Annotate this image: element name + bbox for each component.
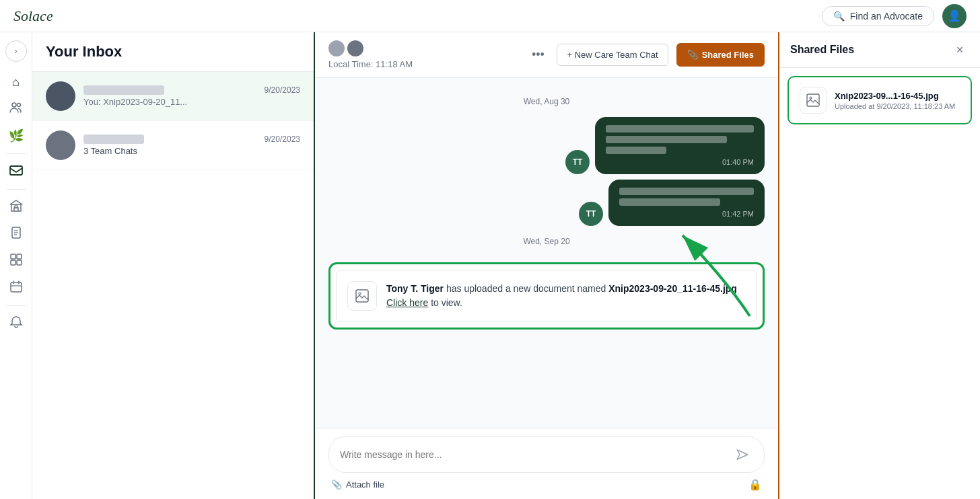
sidebar-item-messages[interactable] [4, 159, 28, 184]
sidebar-item-home[interactable]: ⌂ [4, 70, 28, 94]
nav-divider-3 [7, 305, 26, 306]
inbox-panel: Your Inbox 9/20/2023 You: Xnip2023-09-20… [32, 32, 315, 499]
blur-line [606, 136, 727, 143]
sidebar-item-people[interactable] [4, 97, 28, 121]
svg-rect-13 [11, 282, 22, 292]
user-avatar[interactable]: 👤 [942, 4, 967, 28]
sidebar-collapse-button[interactable]: › [5, 40, 27, 62]
initials: TT [586, 209, 596, 219]
search-icon: 🔍 [833, 11, 845, 22]
uploaded-filename: Xnip2023-09-20_11-16-45.jpg [608, 283, 737, 294]
building-icon [9, 199, 23, 216]
close-shared-files-button[interactable]: × [950, 40, 969, 59]
lock-icon: 🔒 [748, 478, 762, 491]
click-here-link[interactable]: Click here [386, 297, 428, 308]
document-icon [9, 226, 23, 243]
shared-file-meta: Uploaded at 9/20/2023, 11:18:23 AM [835, 102, 960, 110]
shared-files-panel: Shared Files × Xnip2023-09...1-16-45.jpg… [778, 32, 980, 499]
chat-header: Local Time: 11:18 AM ••• + New Care Team… [315, 32, 778, 78]
blurred-text [606, 125, 754, 154]
sidebar-item-notifications[interactable] [4, 311, 28, 336]
shared-file-item[interactable]: Xnip2023-09...1-16-45.jpg Uploaded at 9/… [788, 76, 972, 124]
inbox-list: 9/20/2023 You: Xnip2023-09-20_11... 9/20… [32, 72, 314, 499]
attach-file-button[interactable]: 📎 Attach file [331, 479, 384, 490]
shared-files-button[interactable]: 📎 Shared Files [676, 43, 765, 67]
inbox-item-header: 9/20/2023 [83, 85, 300, 95]
file-upload-notification: Tony T. Tiger has uploaded a new documen… [328, 262, 765, 330]
sidebar-item-wellness[interactable]: 🌿 [4, 124, 28, 148]
chat-messages: Wed, Aug 30 01:40 PM TT [315, 78, 778, 428]
inbox-header: Your Inbox [32, 32, 314, 72]
nav-right: 🔍 Find an Advocate 👤 [822, 4, 967, 28]
inbox-item-content: 9/20/2023 3 Team Chats [83, 135, 300, 156]
svg-rect-19 [807, 94, 819, 106]
svg-rect-9 [11, 254, 15, 259]
shared-file-info: Xnip2023-09...1-16-45.jpg Uploaded at 9/… [835, 91, 960, 110]
chat-input-actions: 📎 Attach file 🔒 [328, 473, 765, 491]
inbox-item-header: 9/20/2023 [83, 135, 300, 144]
message-row: 01:42 PM TT [328, 180, 765, 226]
file-upload-inner: Tony T. Tiger has uploaded a new documen… [336, 270, 757, 322]
nav-divider-2 [7, 189, 26, 190]
file-preview-icon [347, 281, 377, 311]
calendar-icon [9, 280, 23, 297]
inbox-item-content: 9/20/2023 You: Xnip2023-09-20_11... [83, 85, 300, 107]
new-care-team-label: + New Care Team Chat [567, 50, 658, 60]
logo: Solace [13, 7, 53, 25]
blur-line [619, 198, 720, 206]
inbox-item-time: 9/20/2023 [265, 85, 300, 95]
new-care-team-button[interactable]: + New Care Team Chat [557, 44, 668, 66]
chat-input-row [328, 436, 765, 473]
sidebar-item-calendar[interactable] [4, 276, 28, 300]
chat-local-time: Local Time: 11:18 AM [328, 59, 413, 69]
to-view-text: to view. [431, 297, 462, 308]
inbox-item[interactable]: 9/20/2023 You: Xnip2023-09-20_11... [32, 72, 314, 121]
svg-point-1 [17, 103, 20, 106]
blurred-text [619, 188, 754, 206]
avatar [46, 130, 75, 160]
shared-files-title: Shared Files [790, 44, 854, 56]
paperclip-icon: 📎 [331, 479, 342, 490]
inbox-item-name [83, 85, 164, 95]
date-divider: Wed, Aug 30 [328, 97, 765, 106]
chat-header-left: Local Time: 11:18 AM [328, 40, 413, 69]
grid-icon [9, 253, 23, 270]
sidebar-item-grid[interactable] [4, 249, 28, 273]
send-button[interactable] [732, 444, 753, 465]
sidebar-item-organizations[interactable] [4, 195, 28, 219]
svg-rect-10 [17, 254, 22, 259]
main-layout: › ⌂ 🌿 [0, 32, 980, 499]
chat-input-area: 📎 Attach file 🔒 [315, 428, 778, 499]
upload-action: has uploaded a new document named [446, 283, 608, 294]
inbox-item[interactable]: 9/20/2023 3 Team Chats [32, 121, 314, 170]
sidebar-item-documents[interactable] [4, 222, 28, 246]
avatar [347, 40, 363, 56]
shared-files-label: Shared Files [702, 50, 754, 60]
svg-rect-12 [17, 260, 22, 265]
inbox-item-name [83, 135, 144, 144]
chat-header-right: ••• + New Care Team Chat 📎 Shared Files [527, 43, 765, 67]
file-thumbnail-icon [800, 87, 827, 114]
message-time: 01:42 PM [619, 210, 754, 218]
more-options-button[interactable]: ••• [527, 44, 549, 66]
chat-input[interactable] [340, 449, 726, 460]
uploader-name: Tony T. Tiger [386, 283, 444, 294]
find-advocate-button[interactable]: 🔍 Find an Advocate [822, 6, 934, 26]
shared-files-header: Shared Files × [779, 32, 980, 68]
file-upload-text: Tony T. Tiger has uploaded a new documen… [386, 282, 737, 310]
chat-panel: Local Time: 11:18 AM ••• + New Care Team… [315, 32, 778, 499]
avatar: TT [579, 202, 603, 226]
avatar [46, 81, 75, 111]
inbox-title: Your Inbox [46, 43, 122, 60]
icon-sidebar: › ⌂ 🌿 [0, 32, 32, 499]
blur-line [606, 147, 666, 154]
svg-point-0 [12, 103, 16, 107]
message-bubble: 01:40 PM [595, 117, 765, 174]
avatar: TT [565, 150, 590, 174]
inbox-item-preview: You: Xnip2023-09-20_11... [83, 97, 300, 107]
blur-line [606, 125, 754, 132]
chat-header-avatars [328, 40, 413, 56]
blur-line [619, 188, 754, 195]
home-icon: ⌂ [12, 75, 20, 89]
message-row: 01:40 PM TT [328, 117, 765, 174]
